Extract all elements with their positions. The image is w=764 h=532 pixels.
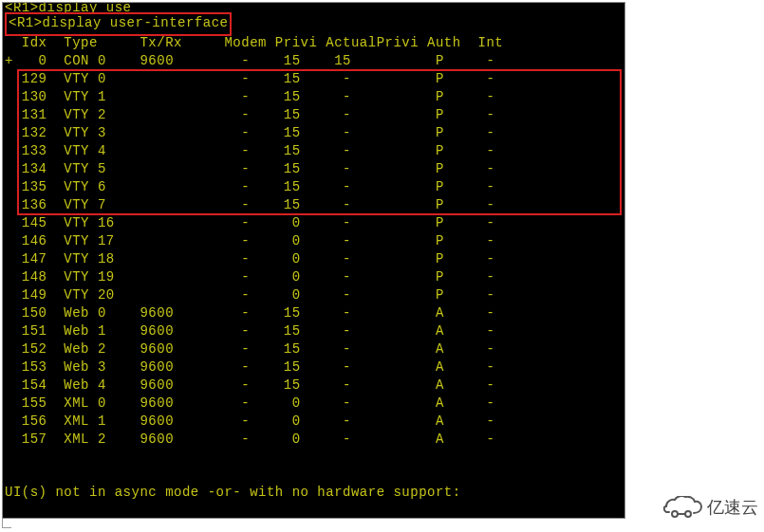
table-row: 147 VTY 18 - 0 - P - [5,250,494,268]
watermark-logo: 亿速云 [662,496,758,519]
table-row: 148 VTY 19 - 0 - P - [5,268,494,286]
table-row: 150 Web 0 9600 - 15 - A - [5,304,494,322]
table-header: Idx Type Tx/Rx Modem Privi ActualPrivi A… [5,34,503,52]
table-row: 133 VTY 4 - 15 - P - [5,142,494,160]
table-row: + 0 CON 0 9600 - 15 15 P - [5,52,494,70]
table-row: 131 VTY 2 - 15 - P - [5,106,494,124]
table-row: 129 VTY 0 - 15 - P - [5,70,494,88]
svg-point-0 [672,511,678,517]
table-row: 152 Web 2 9600 - 15 - A - [5,340,494,358]
cloud-icon [662,496,703,519]
table-row: 146 VTY 17 - 0 - P - [5,232,494,250]
table-row: 149 VTY 20 - 0 - P - [5,286,494,304]
table-row: 145 VTY 16 - 0 - P - [5,214,494,232]
table-row: 154 Web 4 9600 - 15 - A - [5,376,494,394]
svg-point-1 [685,511,691,517]
prompt-line-2-highlighted: <R1>display user-interface [5,12,232,36]
corner-decoration [2,519,11,528]
footer-message: UI(s) not in async mode -or- with no har… [5,484,461,502]
table-row: 130 VTY 1 - 15 - P - [5,88,494,106]
table-row: 155 XML 0 9600 - 0 - A - [5,394,494,413]
table-row: 153 Web 3 9600 - 15 - A - [5,358,494,376]
table-row: 136 VTY 7 - 15 - P - [5,196,494,214]
terminal-window[interactable]: <R1>display use <R1>display user-interfa… [2,2,625,519]
logo-text: 亿速云 [707,496,758,519]
table-row: 151 Web 1 9600 - 15 - A - [5,322,494,340]
table-row: 134 VTY 5 - 15 - P - [5,160,494,178]
terminal-content: <R1>display use <R1>display user-interfa… [3,3,624,165]
table-row: 135 VTY 6 - 15 - P - [5,178,494,196]
table-row: 156 XML 1 9600 - 0 - A - [5,413,494,431]
table-row: 157 XML 2 9600 - 0 - A - [5,431,494,449]
table-row: 132 VTY 3 - 15 - P - [5,124,494,142]
